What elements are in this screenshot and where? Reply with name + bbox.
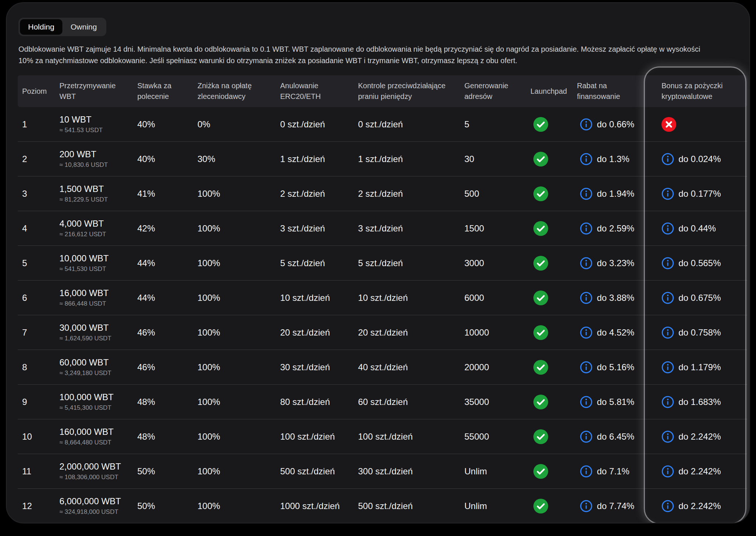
holding-wbt-cell: 60,000 WBT ≈ 3,249,180 USDT xyxy=(59,357,137,377)
check-circle-icon xyxy=(533,395,548,409)
referral-rate-cell: 50% xyxy=(137,466,197,477)
maker-discount-cell: 100% xyxy=(197,466,280,477)
launchpad-cell xyxy=(530,256,577,271)
unlock-description-text: Odblokowanie WBT zajmuje 14 dni. Minimal… xyxy=(18,44,712,66)
referral-rate-cell: 40% xyxy=(137,154,197,164)
referral-rate-cell: 44% xyxy=(137,258,197,268)
info-icon[interactable] xyxy=(662,222,674,235)
referral-rate-cell: 40% xyxy=(137,119,197,130)
level-cell: 1 xyxy=(18,119,59,130)
funding-discount-cell: do 3.88% xyxy=(577,292,644,304)
crypto-loans-value: do 0.177% xyxy=(678,189,721,199)
info-icon[interactable] xyxy=(580,292,592,304)
maker-discount-cell: 100% xyxy=(197,397,280,407)
erc20-cancel-cell: 1000 szt./dzień xyxy=(280,501,358,511)
info-icon[interactable] xyxy=(580,500,592,512)
col-header-holding-wbt: Przetrzymywanie WBT xyxy=(59,80,137,102)
crypto-loans-cell: do 2.242% xyxy=(644,500,747,512)
funding-discount-value: do 3.88% xyxy=(597,293,634,303)
aml-checks-cell: 300 szt./dzień xyxy=(358,466,464,477)
funding-discount-cell: do 5.81% xyxy=(577,396,644,408)
table-row: 6 16,000 WBT ≈ 866,448 USDT 44% 100% 10 … xyxy=(18,280,747,315)
info-icon[interactable] xyxy=(580,326,592,339)
level-cell: 7 xyxy=(18,327,59,338)
crypto-loans-cell: do 0.177% xyxy=(644,188,747,200)
info-icon[interactable] xyxy=(580,430,592,443)
check-circle-icon xyxy=(533,256,548,271)
info-icon[interactable] xyxy=(580,396,592,408)
info-icon[interactable] xyxy=(580,188,592,200)
maker-discount-cell: 30% xyxy=(197,154,280,164)
wbt-amount: 16,000 WBT xyxy=(59,288,109,298)
tab-owning[interactable]: Owning xyxy=(62,19,105,35)
funding-discount-cell: do 4.52% xyxy=(577,326,644,339)
funding-discount-value: do 1.94% xyxy=(597,189,634,199)
level-cell: 6 xyxy=(18,293,59,303)
info-icon[interactable] xyxy=(580,361,592,374)
col-header-funding-discount: Rabat na finansowanie xyxy=(577,80,644,102)
funding-discount-value: do 6.45% xyxy=(597,432,634,442)
holding-wbt-cell: 160,000 WBT ≈ 8,664,480 USDT xyxy=(59,427,137,446)
usdt-equivalent: ≈ 81,229.5 USDT xyxy=(59,196,108,203)
funding-discount-cell: do 6.45% xyxy=(577,430,644,443)
funding-discount-value: do 7.1% xyxy=(597,466,629,477)
address-generation-cell: 1500 xyxy=(464,223,530,234)
launchpad-cell xyxy=(530,464,577,479)
usdt-equivalent: ≈ 10,830.6 USDT xyxy=(59,161,108,169)
usdt-equivalent: ≈ 324,918,000 USDT xyxy=(59,508,118,516)
check-circle-icon xyxy=(533,325,548,340)
info-icon[interactable] xyxy=(580,118,592,131)
referral-rate-cell: 41% xyxy=(137,189,197,199)
info-icon[interactable] xyxy=(662,188,674,200)
wbt-amount: 200 WBT xyxy=(59,149,96,159)
table-row: 12 6,000,000 WBT ≈ 324,918,000 USDT 50% … xyxy=(18,488,747,523)
info-icon[interactable] xyxy=(662,153,674,165)
funding-discount-cell: do 1.94% xyxy=(577,188,644,200)
aml-checks-cell: 60 szt./dzień xyxy=(358,397,464,407)
holding-wbt-cell: 10,000 WBT ≈ 541,530 USDT xyxy=(59,253,137,273)
holding-wbt-cell: 1,500 WBT ≈ 81,229.5 USDT xyxy=(59,184,137,203)
referral-rate-cell: 48% xyxy=(137,432,197,442)
aml-checks-cell: 0 szt./dzień xyxy=(358,119,464,130)
maker-discount-cell: 100% xyxy=(197,293,280,303)
info-icon[interactable] xyxy=(580,465,592,478)
usdt-equivalent: ≈ 541,530 USDT xyxy=(59,265,106,273)
crypto-loans-value: do 0.675% xyxy=(678,293,721,303)
holding-wbt-cell: 4,000 WBT ≈ 216,612 USDT xyxy=(59,219,137,238)
address-generation-cell: 500 xyxy=(464,189,530,199)
table-header-row: Poziom Przetrzymywanie WBT Stawka za pol… xyxy=(18,75,747,107)
unavailable-x-icon xyxy=(662,117,676,132)
erc20-cancel-cell: 0 szt./dzień xyxy=(280,119,358,130)
level-cell: 4 xyxy=(18,223,59,234)
info-icon[interactable] xyxy=(662,361,674,374)
col-header-referral-rate: Stawka za polecenie xyxy=(137,80,197,102)
info-icon[interactable] xyxy=(580,222,592,235)
funding-discount-value: do 3.23% xyxy=(597,258,634,268)
funding-discount-value: do 5.16% xyxy=(597,362,634,372)
funding-discount-value: do 7.74% xyxy=(597,501,634,511)
check-circle-icon xyxy=(533,221,548,236)
info-icon[interactable] xyxy=(580,257,592,269)
usdt-equivalent: ≈ 8,664,480 USDT xyxy=(59,439,111,446)
info-icon[interactable] xyxy=(662,326,674,339)
info-icon[interactable] xyxy=(662,257,674,269)
maker-discount-cell: 100% xyxy=(197,327,280,338)
funding-discount-cell: do 5.16% xyxy=(577,361,644,374)
info-icon[interactable] xyxy=(662,430,674,443)
holding-wbt-cell: 100,000 WBT ≈ 5,415,300 USDT xyxy=(59,392,137,412)
info-icon[interactable] xyxy=(662,465,674,478)
launchpad-cell xyxy=(530,152,577,166)
info-icon[interactable] xyxy=(662,500,674,512)
info-icon[interactable] xyxy=(662,292,674,304)
info-icon[interactable] xyxy=(662,396,674,408)
col-header-launchpad: Launchpad xyxy=(530,86,577,97)
info-icon[interactable] xyxy=(580,153,592,165)
check-circle-icon xyxy=(533,117,548,132)
main-panel: Holding Owning Odblokowanie WBT zajmuje … xyxy=(6,2,750,523)
erc20-cancel-cell: 30 szt./dzień xyxy=(280,362,358,372)
crypto-loans-value: do 2.242% xyxy=(678,501,721,511)
wbt-amount: 10 WBT xyxy=(59,114,92,125)
tab-holding[interactable]: Holding xyxy=(20,19,62,35)
crypto-loans-value: do 0.44% xyxy=(678,223,716,234)
wbt-amount: 4,000 WBT xyxy=(59,219,104,229)
